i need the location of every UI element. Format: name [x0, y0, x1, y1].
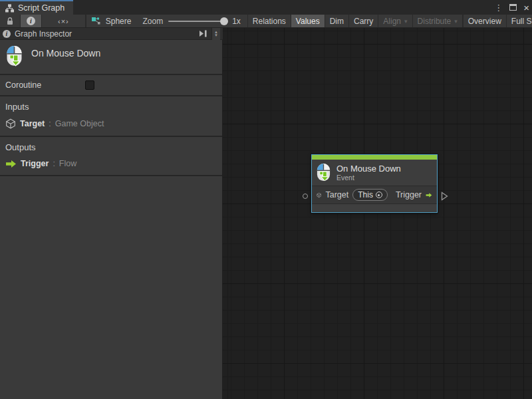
inspector-empty-area — [0, 176, 222, 376]
zoom-value: 1x — [232, 17, 241, 26]
info-icon: i — [27, 17, 35, 25]
node-event-colorbar — [312, 155, 437, 160]
dock-panel-icon[interactable] — [199, 30, 207, 37]
output-trigger-row: Trigger : Flow — [0, 155, 222, 175]
node-port-row: Target This Trigger — [312, 186, 437, 204]
zoom-control: Zoom 1x — [136, 15, 247, 27]
distribute-dropdown-icon: ▾ — [454, 18, 458, 25]
tab-script-graph[interactable]: Script Graph — [0, 0, 73, 15]
node-title: On Mouse Down — [336, 164, 401, 174]
carry-button[interactable]: Carry — [349, 15, 378, 27]
relations-label: Relations — [253, 17, 286, 26]
coroutine-row: Coroutine — [0, 75, 222, 96]
distribute-button[interactable]: Distribute ▾ — [413, 15, 463, 27]
lock-icon — [6, 17, 14, 25]
graph-inspector-panel: i Graph Inspector ▲ ▼ — [0, 28, 223, 399]
graph-hierarchy-icon — [5, 4, 14, 13]
zoom-label: Zoom — [142, 17, 163, 26]
coroutine-checkbox[interactable] — [85, 80, 94, 90]
inputs-section: Inputs Target : Game Object — [0, 96, 222, 137]
type-separator: : — [53, 159, 55, 168]
cube-icon — [5, 118, 16, 129]
full-screen-label: Full Screen — [511, 17, 532, 26]
window-controls: ⋮ × — [494, 0, 529, 15]
maximize-icon[interactable] — [509, 4, 517, 11]
node-output-label: Trigger — [396, 190, 422, 200]
zoom-slider-handle[interactable] — [220, 17, 228, 25]
graph-name: Sphere — [106, 17, 132, 26]
lock-button[interactable] — [0, 15, 21, 27]
overview-label: Overview — [468, 17, 501, 26]
align-dropdown-icon: ▾ — [404, 18, 408, 25]
node-footer — [312, 204, 437, 211]
output-name: Trigger — [21, 159, 49, 168]
coroutine-label: Coroutine — [5, 80, 85, 90]
inspector-toggle-button[interactable]: i — [21, 15, 42, 27]
tab-strip: Script Graph ⋮ × — [0, 0, 532, 15]
flow-arrow-icon — [426, 191, 432, 200]
align-button[interactable]: Align ▾ — [378, 15, 412, 27]
on-mouse-down-icon — [5, 45, 23, 67]
carry-label: Carry — [354, 17, 373, 26]
node-subtitle: Event — [336, 174, 401, 182]
values-button[interactable]: Values — [291, 15, 325, 27]
cube-icon — [317, 190, 321, 200]
this-value: This — [358, 190, 373, 200]
on-mouse-down-node[interactable]: On Mouse Down Event Target This Trigger — [311, 154, 438, 213]
overview-button[interactable]: Overview — [464, 15, 507, 27]
info-icon: i — [3, 30, 11, 38]
graph-breadcrumb[interactable]: Sphere — [86, 15, 136, 27]
spin-down-icon[interactable]: ▼ — [214, 34, 218, 37]
graph-canvas[interactable] — [223, 28, 532, 399]
node-input-port[interactable] — [303, 194, 308, 199]
inspector-title: Graph Inspector — [15, 29, 195, 39]
panel-scroll-stepper[interactable]: ▲ ▼ — [211, 28, 220, 40]
dim-label: Dim — [330, 17, 344, 26]
input-name: Target — [20, 119, 45, 128]
inputs-header: Inputs — [0, 96, 222, 114]
code-preview-button[interactable]: ‹×› — [42, 15, 86, 27]
script-graph-window: Script Graph ⋮ × i ‹×› — [0, 0, 532, 399]
close-icon[interactable]: × — [523, 3, 529, 13]
inspector-header: i Graph Inspector ▲ ▼ — [0, 28, 223, 40]
object-picker-icon[interactable] — [376, 192, 382, 198]
zoom-slider[interactable] — [168, 21, 227, 22]
output-type: Flow — [59, 159, 76, 168]
dim-button[interactable]: Dim — [325, 15, 349, 27]
code-icon: ‹×› — [58, 17, 69, 25]
node-output-port[interactable] — [441, 192, 448, 201]
input-target-row: Target : Game Object — [0, 114, 222, 136]
graph-toolbar: i ‹×› Sphere Zoom 1x Relations Value — [0, 15, 532, 28]
tab-title: Script Graph — [18, 3, 65, 13]
event-header-block: On Mouse Down — [0, 40, 222, 75]
node-header[interactable]: On Mouse Down Event — [312, 160, 437, 186]
on-mouse-down-icon — [316, 163, 331, 182]
flow-arrow-icon — [5, 160, 17, 168]
graph-asset-icon — [91, 17, 101, 26]
outputs-section: Outputs Trigger : Flow — [0, 137, 222, 176]
event-title: On Mouse Down — [31, 45, 100, 59]
align-label: Align — [383, 17, 401, 26]
values-label: Values — [296, 17, 320, 26]
node-input-label: Target — [325, 190, 348, 200]
menu-icon[interactable]: ⋮ — [494, 3, 503, 12]
full-screen-button[interactable]: Full Screen — [507, 15, 532, 27]
input-type: Game Object — [55, 119, 104, 128]
type-separator: : — [49, 119, 51, 128]
relations-button[interactable]: Relations — [247, 15, 291, 27]
target-this-chip[interactable]: This — [352, 189, 388, 201]
outputs-header: Outputs — [0, 137, 222, 155]
distribute-label: Distribute — [418, 17, 452, 26]
